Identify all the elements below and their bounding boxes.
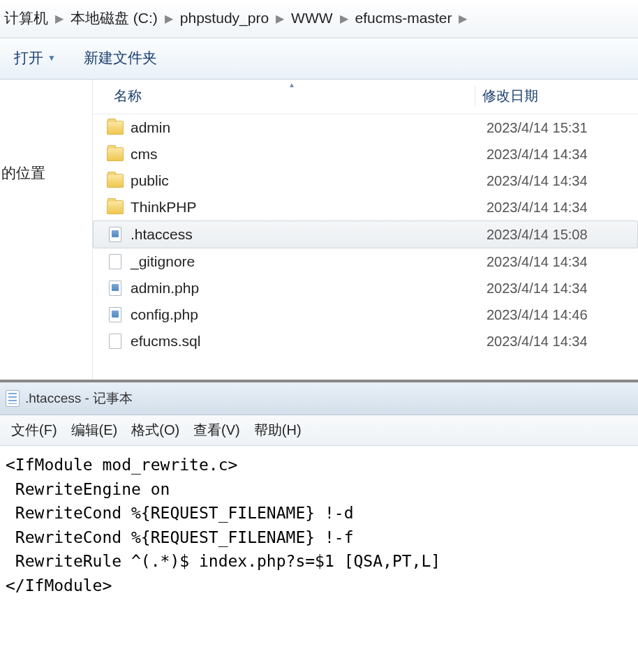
sort-ascending-icon: ▲ <box>288 81 295 89</box>
breadcrumb-item-disk[interactable]: 本地磁盘 (C:) <box>66 8 162 28</box>
file-row[interactable]: _gitignore2023/4/14 14:34 <box>93 248 638 275</box>
file-name: .htaccess <box>131 226 487 243</box>
column-headers: ▲ 名称 修改日期 <box>93 80 638 114</box>
folder-icon <box>105 172 125 189</box>
breadcrumb-item-www[interactable]: WWW <box>287 10 336 27</box>
document-icon <box>105 226 125 243</box>
file-icon <box>105 253 125 270</box>
menu-file[interactable]: 文件(F) <box>4 421 64 440</box>
menu-view[interactable]: 查看(V) <box>186 421 247 440</box>
folder-icon <box>105 119 125 136</box>
file-row[interactable]: admin2023/4/14 15:31 <box>93 114 638 141</box>
file-row[interactable]: config.php2023/4/14 14:46 <box>93 301 638 328</box>
left-panel-label: 的位置 <box>0 163 92 183</box>
toolbar: 打开 ▼ 新建文件夹 <box>0 38 638 80</box>
file-icon <box>105 333 125 350</box>
folder-icon <box>105 199 125 216</box>
file-name: _gitignore <box>131 253 487 270</box>
file-row[interactable]: .htaccess2023/4/14 15:08 <box>93 221 638 248</box>
menu-help[interactable]: 帮助(H) <box>247 421 309 440</box>
column-header-date[interactable]: 修改日期 <box>475 87 638 105</box>
chevron-right-icon: ▶ <box>456 12 470 25</box>
document-icon <box>105 306 125 323</box>
file-name: cms <box>131 146 487 163</box>
file-date: 2023/4/14 14:34 <box>487 334 638 350</box>
new-folder-button[interactable]: 新建文件夹 <box>70 48 171 68</box>
file-row[interactable]: cms2023/4/14 14:34 <box>93 141 638 167</box>
file-date: 2023/4/14 14:46 <box>487 307 638 323</box>
open-button[interactable]: 打开 ▼ <box>0 48 70 68</box>
chevron-right-icon: ▶ <box>337 12 351 25</box>
left-nav-panel: 的位置 <box>0 80 93 380</box>
breadcrumb-item-efucms[interactable]: efucms-master <box>351 10 457 27</box>
open-label: 打开 <box>14 48 43 68</box>
new-folder-label: 新建文件夹 <box>84 48 157 68</box>
file-name: admin.php <box>131 280 487 297</box>
file-row[interactable]: efucms.sql2023/4/14 14:34 <box>93 328 638 354</box>
file-row[interactable]: admin.php2023/4/14 14:34 <box>93 275 638 301</box>
document-icon <box>105 280 125 297</box>
main-area: 的位置 ▲ 名称 修改日期 admin2023/4/14 15:31cms202… <box>0 80 638 380</box>
chevron-right-icon: ▶ <box>273 12 287 25</box>
breadcrumb-item-computer[interactable]: 计算机 <box>0 8 52 28</box>
notepad-window: .htaccess - 记事本 文件(F) 编辑(E) 格式(O) 查看(V) … <box>0 380 638 604</box>
notepad-menubar: 文件(F) 编辑(E) 格式(O) 查看(V) 帮助(H) <box>0 415 638 446</box>
chevron-right-icon: ▶ <box>162 12 176 25</box>
dropdown-arrow-icon: ▼ <box>47 53 56 63</box>
file-date: 2023/4/14 14:34 <box>487 200 638 216</box>
file-date: 2023/4/14 14:34 <box>487 254 638 270</box>
file-date: 2023/4/14 14:34 <box>487 147 638 163</box>
notepad-content[interactable]: <IfModule mod_rewrite.c> RewriteEngine o… <box>0 446 638 604</box>
breadcrumb-item-phpstudy[interactable]: phpstudy_pro <box>176 10 273 27</box>
notepad-title-text: .htaccess - 记事本 <box>25 389 133 408</box>
file-date: 2023/4/14 15:31 <box>487 120 638 136</box>
file-name: public <box>131 172 487 189</box>
folder-icon <box>105 146 125 163</box>
file-date: 2023/4/14 14:34 <box>487 281 638 297</box>
menu-edit[interactable]: 编辑(E) <box>64 421 125 440</box>
file-name: ThinkPHP <box>131 199 487 216</box>
file-name: efucms.sql <box>131 333 487 350</box>
notepad-titlebar[interactable]: .htaccess - 记事本 <box>0 382 638 415</box>
file-name: config.php <box>131 306 487 323</box>
file-name: admin <box>131 119 487 136</box>
file-row[interactable]: ThinkPHP2023/4/14 14:34 <box>93 194 638 221</box>
breadcrumb: 计算机 ▶ 本地磁盘 (C:) ▶ phpstudy_pro ▶ WWW ▶ e… <box>0 0 638 38</box>
file-date: 2023/4/14 15:08 <box>487 227 637 243</box>
file-date: 2023/4/14 14:34 <box>487 173 638 189</box>
file-row[interactable]: public2023/4/14 14:34 <box>93 167 638 194</box>
notepad-icon <box>6 390 20 407</box>
menu-format[interactable]: 格式(O) <box>124 421 186 440</box>
column-header-name[interactable]: 名称 <box>93 87 475 105</box>
chevron-right-icon: ▶ <box>52 12 66 25</box>
file-list: ▲ 名称 修改日期 admin2023/4/14 15:31cms2023/4/… <box>93 80 638 380</box>
